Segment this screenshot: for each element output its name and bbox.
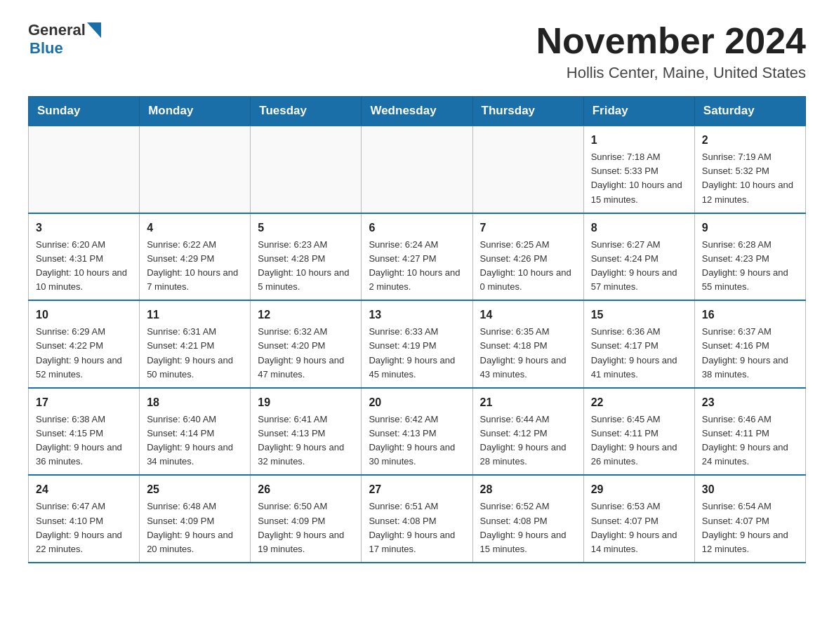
col-friday: Friday: [583, 97, 694, 126]
calendar-cell: [140, 126, 251, 213]
day-info: Sunrise: 6:41 AM Sunset: 4:13 PM Dayligh…: [258, 414, 344, 467]
calendar-week-4: 17Sunrise: 6:38 AM Sunset: 4:15 PM Dayli…: [29, 388, 806, 476]
calendar-cell: 19Sunrise: 6:41 AM Sunset: 4:13 PM Dayli…: [251, 388, 362, 476]
day-info: Sunrise: 6:52 AM Sunset: 4:08 PM Dayligh…: [480, 501, 567, 554]
day-number: 5: [258, 220, 354, 236]
day-info: Sunrise: 6:53 AM Sunset: 4:07 PM Dayligh…: [591, 501, 677, 554]
calendar-cell: 28Sunrise: 6:52 AM Sunset: 4:08 PM Dayli…: [472, 475, 583, 563]
day-info: Sunrise: 6:32 AM Sunset: 4:20 PM Dayligh…: [258, 326, 344, 379]
day-info: Sunrise: 6:35 AM Sunset: 4:18 PM Dayligh…: [480, 326, 567, 379]
calendar-cell: 12Sunrise: 6:32 AM Sunset: 4:20 PM Dayli…: [251, 300, 362, 388]
day-number: 9: [702, 220, 798, 236]
day-number: 3: [36, 220, 132, 236]
day-number: 20: [369, 394, 465, 411]
day-number: 19: [258, 394, 354, 411]
calendar-cell: 1Sunrise: 7:18 AM Sunset: 5:33 PM Daylig…: [583, 126, 694, 213]
calendar-cell: 2Sunrise: 7:19 AM Sunset: 5:32 PM Daylig…: [694, 126, 805, 213]
location-title: Hollis Center, Maine, United States: [536, 64, 806, 82]
day-info: Sunrise: 6:24 AM Sunset: 4:27 PM Dayligh…: [369, 239, 460, 292]
day-info: Sunrise: 6:44 AM Sunset: 4:12 PM Dayligh…: [480, 414, 567, 467]
calendar-week-3: 10Sunrise: 6:29 AM Sunset: 4:22 PM Dayli…: [29, 300, 806, 388]
day-number: 10: [36, 307, 132, 323]
logo-blue-text: Blue: [29, 39, 63, 57]
day-info: Sunrise: 6:38 AM Sunset: 4:15 PM Dayligh…: [36, 414, 122, 467]
calendar-cell: [362, 126, 472, 213]
calendar-cell: 5Sunrise: 6:23 AM Sunset: 4:28 PM Daylig…: [251, 213, 362, 301]
day-number: 25: [147, 481, 243, 498]
day-info: Sunrise: 7:19 AM Sunset: 5:32 PM Dayligh…: [702, 152, 793, 204]
day-number: 15: [591, 307, 687, 323]
calendar-cell: 11Sunrise: 6:31 AM Sunset: 4:21 PM Dayli…: [140, 300, 251, 388]
day-info: Sunrise: 6:23 AM Sunset: 4:28 PM Dayligh…: [258, 239, 349, 292]
day-info: Sunrise: 6:25 AM Sunset: 4:26 PM Dayligh…: [480, 239, 571, 292]
day-info: Sunrise: 6:36 AM Sunset: 4:17 PM Dayligh…: [591, 326, 677, 379]
day-number: 6: [369, 220, 465, 236]
day-info: Sunrise: 6:33 AM Sunset: 4:19 PM Dayligh…: [369, 326, 455, 379]
calendar-cell: 20Sunrise: 6:42 AM Sunset: 4:13 PM Dayli…: [362, 388, 472, 476]
day-info: Sunrise: 6:40 AM Sunset: 4:14 PM Dayligh…: [147, 414, 233, 467]
day-info: Sunrise: 6:54 AM Sunset: 4:07 PM Dayligh…: [702, 501, 788, 554]
calendar-cell: 26Sunrise: 6:50 AM Sunset: 4:09 PM Dayli…: [251, 475, 362, 563]
day-info: Sunrise: 6:47 AM Sunset: 4:10 PM Dayligh…: [36, 501, 122, 554]
svg-marker-0: [87, 22, 101, 38]
day-info: Sunrise: 6:45 AM Sunset: 4:11 PM Dayligh…: [591, 414, 677, 467]
calendar-cell: 27Sunrise: 6:51 AM Sunset: 4:08 PM Dayli…: [362, 475, 472, 563]
day-info: Sunrise: 6:31 AM Sunset: 4:21 PM Dayligh…: [147, 326, 233, 379]
calendar-cell: 24Sunrise: 6:47 AM Sunset: 4:10 PM Dayli…: [29, 475, 140, 563]
page-header: General Blue November 2024 Hollis Center…: [28, 21, 806, 82]
day-info: Sunrise: 6:27 AM Sunset: 4:24 PM Dayligh…: [591, 239, 677, 292]
day-number: 2: [702, 132, 798, 149]
col-thursday: Thursday: [472, 97, 583, 126]
day-number: 1: [591, 132, 687, 149]
calendar-cell: [472, 126, 583, 213]
col-wednesday: Wednesday: [362, 97, 472, 126]
day-number: 30: [702, 481, 798, 498]
calendar-cell: 25Sunrise: 6:48 AM Sunset: 4:09 PM Dayli…: [140, 475, 251, 563]
logo-triangle-icon: [87, 22, 101, 38]
calendar-week-5: 24Sunrise: 6:47 AM Sunset: 4:10 PM Dayli…: [29, 475, 806, 563]
day-number: 27: [369, 481, 465, 498]
day-number: 12: [258, 307, 354, 323]
day-info: Sunrise: 7:18 AM Sunset: 5:33 PM Dayligh…: [591, 152, 682, 204]
calendar-cell: 3Sunrise: 6:20 AM Sunset: 4:31 PM Daylig…: [29, 213, 140, 301]
calendar-cell: 6Sunrise: 6:24 AM Sunset: 4:27 PM Daylig…: [362, 213, 472, 301]
calendar-cell: 9Sunrise: 6:28 AM Sunset: 4:23 PM Daylig…: [694, 213, 805, 301]
calendar-cell: 4Sunrise: 6:22 AM Sunset: 4:29 PM Daylig…: [140, 213, 251, 301]
calendar-header-row: Sunday Monday Tuesday Wednesday Thursday…: [29, 97, 806, 126]
calendar-cell: [251, 126, 362, 213]
title-area: November 2024 Hollis Center, Maine, Unit…: [536, 21, 806, 82]
day-number: 4: [147, 220, 243, 236]
day-number: 22: [591, 394, 687, 411]
day-info: Sunrise: 6:29 AM Sunset: 4:22 PM Dayligh…: [36, 326, 122, 379]
day-number: 16: [702, 307, 798, 323]
col-sunday: Sunday: [29, 97, 140, 126]
day-info: Sunrise: 6:50 AM Sunset: 4:09 PM Dayligh…: [258, 501, 344, 554]
logo: General Blue: [28, 21, 101, 58]
month-title: November 2024: [536, 21, 806, 61]
col-monday: Monday: [140, 97, 251, 126]
calendar-cell: 8Sunrise: 6:27 AM Sunset: 4:24 PM Daylig…: [583, 213, 694, 301]
day-number: 17: [36, 394, 132, 411]
day-number: 8: [591, 220, 687, 236]
calendar-cell: 23Sunrise: 6:46 AM Sunset: 4:11 PM Dayli…: [694, 388, 805, 476]
day-info: Sunrise: 6:28 AM Sunset: 4:23 PM Dayligh…: [702, 239, 788, 292]
day-number: 21: [480, 394, 576, 411]
day-info: Sunrise: 6:22 AM Sunset: 4:29 PM Dayligh…: [147, 239, 238, 292]
day-info: Sunrise: 6:48 AM Sunset: 4:09 PM Dayligh…: [147, 501, 233, 554]
calendar-cell: 10Sunrise: 6:29 AM Sunset: 4:22 PM Dayli…: [29, 300, 140, 388]
day-number: 29: [591, 481, 687, 498]
calendar-cell: 22Sunrise: 6:45 AM Sunset: 4:11 PM Dayli…: [583, 388, 694, 476]
day-number: 13: [369, 307, 465, 323]
day-info: Sunrise: 6:46 AM Sunset: 4:11 PM Dayligh…: [702, 414, 788, 467]
day-info: Sunrise: 6:37 AM Sunset: 4:16 PM Dayligh…: [702, 326, 788, 379]
calendar-cell: 17Sunrise: 6:38 AM Sunset: 4:15 PM Dayli…: [29, 388, 140, 476]
calendar-cell: 29Sunrise: 6:53 AM Sunset: 4:07 PM Dayli…: [583, 475, 694, 563]
day-number: 14: [480, 307, 576, 323]
day-number: 24: [36, 481, 132, 498]
calendar-cell: 13Sunrise: 6:33 AM Sunset: 4:19 PM Dayli…: [362, 300, 472, 388]
day-info: Sunrise: 6:42 AM Sunset: 4:13 PM Dayligh…: [369, 414, 455, 467]
calendar-week-1: 1Sunrise: 7:18 AM Sunset: 5:33 PM Daylig…: [29, 126, 806, 213]
calendar-cell: 14Sunrise: 6:35 AM Sunset: 4:18 PM Dayli…: [472, 300, 583, 388]
calendar-cell: 30Sunrise: 6:54 AM Sunset: 4:07 PM Dayli…: [694, 475, 805, 563]
day-number: 23: [702, 394, 798, 411]
